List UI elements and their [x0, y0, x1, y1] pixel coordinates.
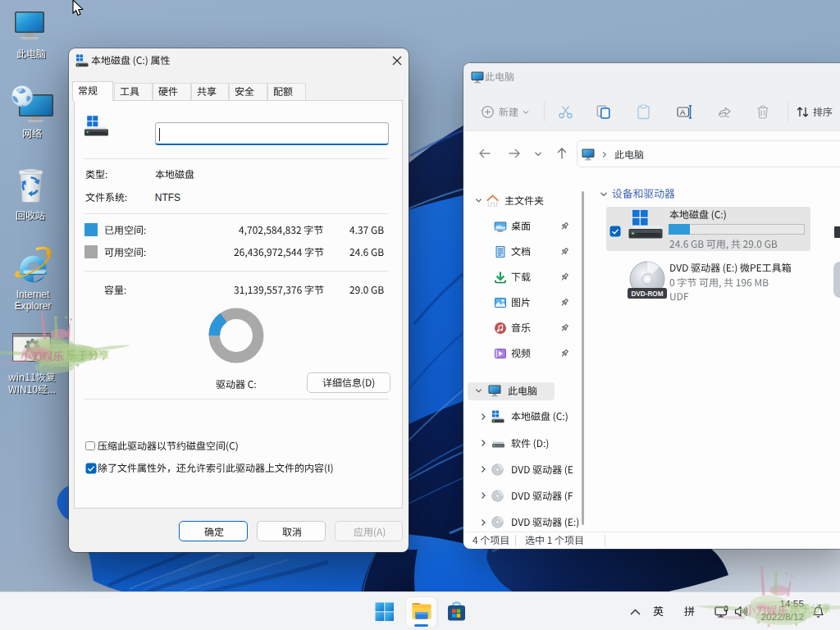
svg-text:DVD-ROM: DVD-ROM	[631, 290, 663, 298]
svg-text:A: A	[680, 107, 686, 116]
